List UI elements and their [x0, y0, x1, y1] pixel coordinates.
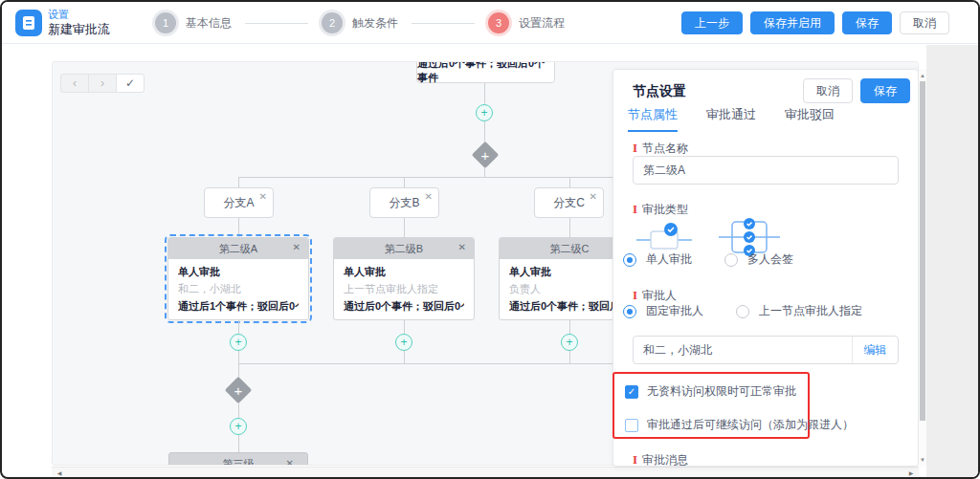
save-and-enable-button[interactable]: 保存并启用: [750, 11, 835, 34]
connector: [404, 320, 405, 334]
approval-message-label: 审批消息: [642, 453, 688, 467]
approval-card-b[interactable]: 第二级B ✕ 单人审批 上一节点审批人指定 通过后0个事件；驳回后0个事件: [333, 237, 475, 320]
prev-step-button[interactable]: 上一步: [681, 11, 743, 34]
cancel-button[interactable]: 取消: [900, 11, 949, 34]
redo-button[interactable]: ›: [88, 74, 117, 93]
card-title: 第二级C: [550, 242, 590, 256]
radio-label: 固定审批人: [646, 303, 703, 319]
edit-approver-button[interactable]: 编辑: [852, 337, 898, 363]
add-node-button[interactable]: +: [561, 334, 578, 351]
connector: [238, 351, 239, 363]
close-icon[interactable]: ✕: [590, 192, 597, 202]
connector: [238, 320, 239, 334]
step-1-circle: 1: [155, 12, 176, 33]
approver-value[interactable]: 和二，小湖北: [634, 342, 852, 359]
app-window: 设置 新建审批流 1 基本信息 2 触发条件 3 设置流程 上一步 保存并启用 …: [0, 0, 980, 479]
header-actions: 上一步 保存并启用 保存 取消: [681, 11, 949, 34]
card-approver: 上一节点审批人指定: [344, 282, 464, 296]
card-title: 第二级A: [219, 242, 257, 256]
panel-cancel-button[interactable]: 取消: [803, 78, 853, 103]
node-name-input[interactable]: [633, 156, 899, 185]
add-node-button[interactable]: +: [476, 104, 493, 121]
checkbox-label: 审批通过后可继续访问（添加为跟进人）: [647, 417, 854, 433]
approver-input-group: 和二，小湖北 编辑: [633, 336, 899, 364]
checkbox-row-continue-access: 审批通过后可继续访问（添加为跟进人）: [625, 417, 854, 433]
connector: [238, 363, 239, 378]
card-header: 第二级A ✕: [168, 238, 308, 259]
connector: [238, 435, 239, 452]
scroll-right-icon[interactable]: ▶: [905, 468, 917, 478]
tab-approval-pass[interactable]: 审批通过: [706, 106, 756, 132]
connector: [404, 351, 405, 363]
undo-button[interactable]: ‹: [60, 74, 89, 93]
scroll-up-icon[interactable]: ▲: [919, 71, 926, 80]
card-body: 单人审批 和二，小湖北 通过后1个事件；驳回后0个事件: [168, 259, 308, 319]
plus-icon: +: [473, 142, 498, 167]
card-events: 通过后1个事件；驳回后0个事件: [178, 299, 299, 314]
close-icon[interactable]: ✕: [425, 192, 433, 202]
panel-scrollbar[interactable]: ▲ ▼: [919, 69, 926, 467]
close-icon[interactable]: ✕: [293, 243, 301, 252]
branch-label: 分支C: [553, 195, 585, 211]
add-node-button[interactable]: +: [230, 418, 247, 435]
header-bar: 设置 新建审批流 1 基本信息 2 触发条件 3 设置流程 上一步 保存并启用 …: [2, 2, 978, 44]
approval-type-options: 单人审批 多人会签: [623, 251, 899, 268]
card-events: 通过后0个事件；驳回后0个事件: [344, 299, 464, 314]
checkbox-checked[interactable]: ✓: [625, 385, 638, 399]
card-approval-type: 单人审批: [178, 265, 299, 279]
required-mark: I: [633, 288, 637, 302]
close-icon[interactable]: ✕: [259, 192, 267, 202]
upper-node-events[interactable]: 通过后0个事件；驳回后0个事件: [416, 61, 555, 83]
radio-multi-countersign[interactable]: [724, 253, 738, 267]
node-title: 第三级: [223, 457, 255, 466]
connector: [238, 218, 239, 237]
tab-node-properties[interactable]: 节点属性: [628, 106, 678, 132]
close-icon[interactable]: ✕: [458, 243, 466, 252]
validate-button[interactable]: ✓: [116, 74, 145, 93]
panel-save-button[interactable]: 保存: [860, 78, 910, 103]
app-logo-icon: [15, 10, 42, 36]
checkbox-unchecked[interactable]: [625, 419, 638, 432]
required-mark: I: [633, 141, 637, 155]
card-approver: 和二，小湖北: [178, 282, 299, 296]
approval-type-label: 审批类型: [642, 203, 688, 216]
scroll-down-icon[interactable]: ▼: [919, 455, 926, 465]
panel-tabs: 节点属性 审批通过 审批驳回: [628, 106, 835, 132]
required-mark: I: [633, 452, 637, 467]
branch-node-a[interactable]: 分支A ✕: [204, 187, 274, 218]
add-node-button[interactable]: +: [395, 334, 412, 351]
card-body: 单人审批 上一节点审批人指定 通过后0个事件；驳回后0个事件: [334, 259, 474, 319]
connector: [484, 83, 485, 104]
branch-node-b[interactable]: 分支B ✕: [369, 187, 439, 218]
tab-approval-reject[interactable]: 审批驳回: [785, 106, 835, 132]
canvas-nav-toolbar: ‹ › ✓: [60, 74, 145, 93]
close-icon[interactable]: ✕: [286, 459, 294, 466]
node-settings-panel: 节点设置 取消 保存 节点属性 审批通过 审批驳回 I节点名称 I审批类型: [612, 69, 919, 467]
radio-single-approval[interactable]: [623, 253, 636, 267]
scroll-left-icon[interactable]: ◀: [54, 468, 65, 478]
radio-fixed-approver[interactable]: [623, 305, 636, 318]
radio-label: 上一节点审批人指定: [759, 303, 862, 319]
connector: [404, 218, 405, 237]
step-connector: [412, 23, 475, 24]
add-node-button[interactable]: +: [230, 334, 247, 351]
step-connector: [245, 23, 308, 24]
node-name-label: 节点名称: [642, 142, 688, 155]
radio-label: 多人会签: [747, 251, 793, 268]
approval-card-a[interactable]: 第二级A ✕ 单人审批 和二，小湖北 通过后1个事件；驳回后0个事件: [167, 237, 309, 320]
node-name-row: [633, 156, 899, 185]
page-title: 新建审批流: [48, 21, 110, 38]
required-mark: I: [633, 202, 637, 216]
scrollbar-thumb[interactable]: [920, 81, 925, 421]
branch-node-c[interactable]: 分支C ✕: [534, 187, 604, 218]
add-branch-button[interactable]: +: [473, 142, 498, 167]
third-level-node[interactable]: 第三级 ✕: [168, 452, 308, 466]
connector: [569, 351, 570, 363]
save-button[interactable]: 保存: [842, 11, 892, 34]
add-branch-button[interactable]: +: [226, 378, 251, 403]
branch-label: 分支A: [223, 195, 254, 211]
card-title: 第二级B: [385, 242, 423, 256]
approver-options: 固定审批人 上一节点审批人指定: [623, 303, 899, 319]
radio-previous-node-approver[interactable]: [736, 305, 749, 318]
checkbox-row-no-access: ✓ 无资料访问权限时可正常审批: [625, 383, 796, 400]
